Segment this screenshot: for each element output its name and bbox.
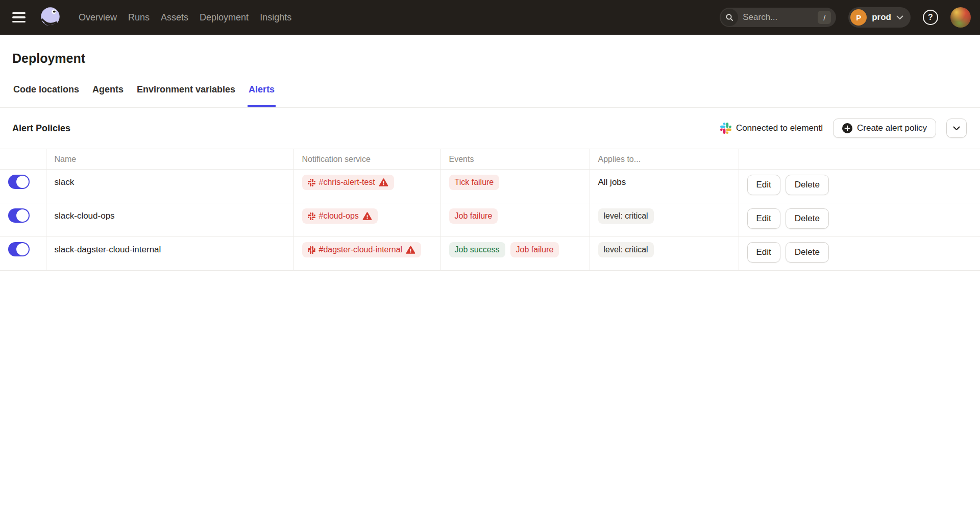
applies-to-cell: level: critical [590, 203, 739, 237]
edit-button[interactable]: Edit [747, 208, 780, 229]
nav-item-overview[interactable]: Overview [79, 12, 117, 23]
notification-channel: #dagster-cloud-internal [319, 245, 403, 254]
deployment-avatar: P [850, 9, 867, 26]
slack-icon [720, 123, 731, 134]
create-alert-policy-button[interactable]: Create alert policy [833, 119, 936, 138]
applies-to-text: All jobs [598, 177, 626, 187]
notification-channel-badge[interactable]: #cloud-ops [302, 208, 378, 224]
policy-enabled-toggle[interactable] [8, 208, 30, 223]
slack-icon [308, 212, 315, 220]
notification-channel-badge[interactable]: #dagster-cloud-internal [302, 242, 422, 257]
policy-enabled-toggle[interactable] [8, 242, 30, 256]
applies-to-cell: level: critical [590, 237, 739, 271]
create-alert-policy-label: Create alert policy [857, 123, 927, 133]
policy-name-cell: slack-dagster-cloud-internal [46, 237, 293, 271]
event-badge: Tick failure [449, 175, 500, 190]
table-header-row: Name Notification service Events Applies… [0, 149, 980, 170]
event-badge: Job success [449, 242, 505, 257]
row-actions-cell: EditDelete [739, 203, 980, 237]
toggle-knob [16, 243, 29, 255]
user-avatar[interactable] [950, 7, 971, 28]
alert-policy-row: slack-dagster-cloud-internal#dagster-clo… [0, 237, 980, 271]
policy-name: slack [55, 177, 75, 187]
notification-channel-badge[interactable]: #chris-alert-test [302, 175, 394, 190]
primary-nav: Overview Runs Assets Deployment Insights [79, 12, 291, 23]
row-actions-cell: EditDelete [739, 170, 980, 203]
delete-button[interactable]: Delete [786, 175, 829, 195]
row-actions-cell: EditDelete [739, 237, 980, 271]
section-title: Alert Policies [12, 123, 70, 134]
tab-alerts[interactable]: Alerts [248, 84, 276, 107]
slack-connection-status: Connected to elementl [720, 123, 823, 134]
alert-policies-table: Name Notification service Events Applies… [0, 149, 980, 271]
warning-triangle-icon[interactable] [362, 211, 372, 221]
events-cell: Job successJob failure [440, 237, 590, 271]
deployment-switcher[interactable]: P prod [848, 7, 911, 28]
applies-to-cell: All jobs [590, 170, 739, 203]
chevron-down-icon [896, 15, 903, 20]
deployment-switcher-label: prod [872, 12, 891, 22]
event-badge: Job failure [510, 242, 559, 257]
tab-code-locations[interactable]: Code locations [12, 84, 80, 107]
notification-service-cell: #cloud-ops [293, 203, 440, 237]
edit-button[interactable]: Edit [747, 242, 780, 263]
dagster-logo[interactable] [39, 6, 62, 29]
alert-policy-row: slack#chris-alert-testTick failureAll jo… [0, 170, 980, 203]
policy-enabled-cell [0, 203, 46, 237]
notification-channel: #cloud-ops [319, 211, 359, 221]
nav-item-runs[interactable]: Runs [128, 12, 150, 23]
delete-button[interactable]: Delete [786, 208, 829, 229]
applies-to-badge: level: critical [598, 208, 654, 224]
toggle-knob [16, 209, 29, 222]
policy-name-cell: slack-cloud-ops [46, 203, 293, 237]
alert-policies-header: Alert Policies Connected to elementl Cre… [0, 108, 980, 149]
chevron-down-icon [953, 126, 960, 131]
events-cell: Job failure [440, 203, 590, 237]
policy-enabled-toggle[interactable] [8, 175, 30, 189]
column-header-notification-service: Notification service [293, 149, 440, 170]
notification-service-cell: #chris-alert-test [293, 170, 440, 203]
column-header-actions [739, 149, 980, 170]
column-header-events: Events [440, 149, 590, 170]
delete-button[interactable]: Delete [786, 242, 829, 263]
warning-triangle-icon[interactable] [406, 245, 415, 255]
nav-item-assets[interactable]: Assets [161, 12, 188, 23]
slack-connection-label: Connected to elementl [736, 123, 823, 133]
search-shortcut-key: / [818, 11, 831, 24]
top-navigation-bar: Overview Runs Assets Deployment Insights… [0, 0, 980, 35]
nav-item-insights[interactable]: Insights [260, 12, 291, 23]
search-icon [721, 9, 738, 26]
policy-name: slack-dagster-cloud-internal [55, 245, 161, 254]
page-title: Deployment [12, 51, 968, 66]
tab-agents[interactable]: Agents [91, 84, 125, 107]
edit-button[interactable]: Edit [747, 175, 780, 195]
applies-to-badge: level: critical [598, 242, 654, 257]
plus-icon [842, 123, 852, 133]
column-header-applies-to: Applies to... [590, 149, 739, 170]
alert-policy-more-actions-button[interactable] [946, 119, 967, 138]
policy-name-cell: slack [46, 170, 293, 203]
slack-icon [308, 179, 315, 186]
notification-service-cell: #dagster-cloud-internal [293, 237, 440, 271]
deployment-tabs: Code locations Agents Environment variab… [0, 84, 980, 108]
policy-enabled-cell [0, 170, 46, 203]
tab-environment-variables[interactable]: Environment variables [136, 84, 236, 107]
nav-item-deployment[interactable]: Deployment [200, 12, 249, 23]
column-header-toggle [0, 149, 46, 170]
alert-policy-row: slack-cloud-ops#cloud-opsJob failureleve… [0, 203, 980, 237]
toggle-knob [16, 176, 29, 188]
global-search[interactable]: / [720, 8, 836, 27]
help-icon[interactable]: ? [923, 10, 938, 25]
notification-channel: #chris-alert-test [319, 178, 375, 187]
policy-enabled-cell [0, 237, 46, 271]
event-badge: Job failure [449, 208, 498, 224]
slack-icon [308, 246, 315, 254]
search-input[interactable] [743, 12, 809, 22]
warning-triangle-icon[interactable] [379, 178, 388, 187]
hamburger-menu-icon[interactable] [12, 12, 26, 23]
policy-name: slack-cloud-ops [55, 211, 115, 221]
alert-policies-tbody: slack#chris-alert-testTick failureAll jo… [0, 170, 980, 271]
column-header-name: Name [46, 149, 293, 170]
events-cell: Tick failure [440, 170, 590, 203]
